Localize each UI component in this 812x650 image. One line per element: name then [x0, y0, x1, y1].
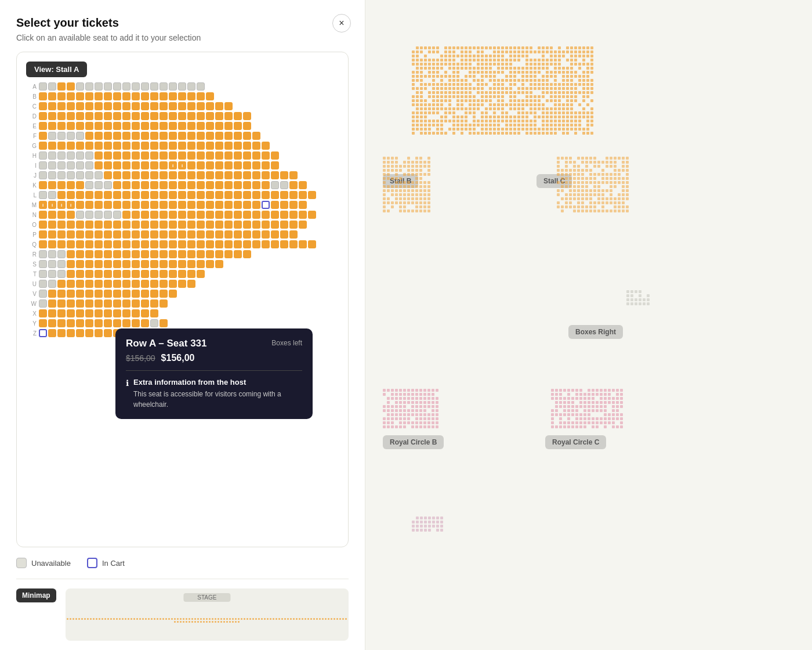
seat[interactable] — [197, 221, 205, 229]
seat[interactable] — [197, 142, 205, 150]
seat[interactable] — [122, 82, 130, 91]
seat[interactable] — [187, 230, 195, 239]
seat[interactable] — [95, 250, 103, 258]
seat[interactable] — [113, 240, 121, 248]
seat[interactable] — [289, 181, 298, 189]
seat[interactable] — [113, 102, 121, 110]
seat[interactable] — [132, 260, 140, 268]
seat[interactable] — [150, 102, 158, 110]
seat-info[interactable] — [169, 161, 177, 169]
seat[interactable] — [178, 230, 186, 239]
seat[interactable] — [160, 82, 168, 91]
seat[interactable] — [39, 82, 47, 91]
seat[interactable] — [150, 260, 158, 268]
seat[interactable] — [187, 171, 195, 179]
seat[interactable] — [67, 319, 75, 327]
seat[interactable] — [178, 270, 186, 278]
seat[interactable] — [206, 92, 214, 100]
seat[interactable] — [215, 211, 223, 219]
seat[interactable] — [104, 142, 112, 150]
seat[interactable] — [150, 132, 158, 140]
seat[interactable] — [122, 142, 130, 150]
seat[interactable] — [206, 132, 214, 140]
seat[interactable] — [206, 260, 214, 268]
seat[interactable] — [122, 299, 130, 308]
seat[interactable] — [132, 299, 140, 308]
seat[interactable] — [169, 191, 177, 199]
seat[interactable] — [132, 230, 140, 239]
seat[interactable] — [132, 191, 140, 199]
seat[interactable] — [178, 221, 186, 229]
seat[interactable] — [76, 299, 84, 308]
seat[interactable] — [122, 221, 130, 229]
seat[interactable] — [67, 230, 75, 239]
seat[interactable] — [262, 240, 270, 248]
seat[interactable] — [104, 102, 112, 110]
seat[interactable] — [57, 142, 66, 150]
seat[interactable] — [206, 240, 214, 248]
seat[interactable] — [104, 240, 112, 248]
seat[interactable] — [122, 112, 130, 120]
seat[interactable] — [39, 102, 47, 110]
seat[interactable] — [104, 201, 112, 209]
seat[interactable] — [243, 221, 251, 229]
seat[interactable] — [169, 230, 177, 239]
seat[interactable] — [113, 221, 121, 229]
seat[interactable] — [243, 211, 251, 219]
seat[interactable] — [150, 181, 158, 189]
seat[interactable] — [57, 240, 66, 248]
seat[interactable] — [76, 260, 84, 268]
seat[interactable] — [113, 142, 121, 150]
seat[interactable] — [132, 82, 140, 91]
seat[interactable] — [132, 171, 140, 179]
seat[interactable] — [299, 221, 307, 229]
seat[interactable] — [252, 191, 260, 199]
seat[interactable] — [215, 122, 223, 130]
seat[interactable] — [39, 221, 47, 229]
seat[interactable] — [169, 201, 177, 209]
seat[interactable] — [262, 161, 270, 169]
seat[interactable] — [57, 319, 66, 327]
seat[interactable] — [206, 171, 214, 179]
seat[interactable] — [271, 230, 279, 239]
seat[interactable] — [57, 181, 66, 189]
seat[interactable] — [224, 171, 233, 179]
seat[interactable] — [206, 102, 214, 110]
seat[interactable] — [187, 142, 195, 150]
seat[interactable] — [104, 191, 112, 199]
seat[interactable] — [150, 171, 158, 179]
seat[interactable] — [178, 151, 186, 160]
seat[interactable] — [197, 270, 205, 278]
seat[interactable] — [85, 201, 93, 209]
seat[interactable] — [95, 191, 103, 199]
seat[interactable] — [141, 181, 149, 189]
seat[interactable] — [150, 309, 158, 317]
seat[interactable] — [224, 191, 233, 199]
seat[interactable] — [76, 280, 84, 288]
seat-info[interactable] — [178, 161, 186, 169]
seat[interactable] — [178, 240, 186, 248]
seat[interactable] — [67, 211, 75, 219]
seat[interactable] — [169, 132, 177, 140]
seat[interactable] — [160, 280, 168, 288]
seat[interactable] — [95, 151, 103, 160]
seat[interactable] — [234, 240, 242, 248]
seat[interactable] — [141, 299, 149, 308]
seat[interactable] — [224, 230, 233, 239]
seat[interactable] — [187, 191, 195, 199]
seat[interactable] — [141, 142, 149, 150]
seat[interactable] — [243, 132, 251, 140]
seat[interactable] — [150, 151, 158, 160]
seat[interactable] — [169, 280, 177, 288]
seat[interactable] — [76, 290, 84, 298]
seat[interactable] — [104, 151, 112, 160]
seat[interactable] — [67, 260, 75, 268]
seat[interactable] — [271, 161, 279, 169]
seat-info[interactable] — [57, 201, 66, 209]
seat[interactable] — [224, 161, 233, 169]
seat[interactable] — [187, 102, 195, 110]
seat[interactable] — [122, 270, 130, 278]
seat[interactable] — [150, 142, 158, 150]
seat[interactable] — [76, 142, 84, 150]
seat[interactable] — [122, 161, 130, 169]
